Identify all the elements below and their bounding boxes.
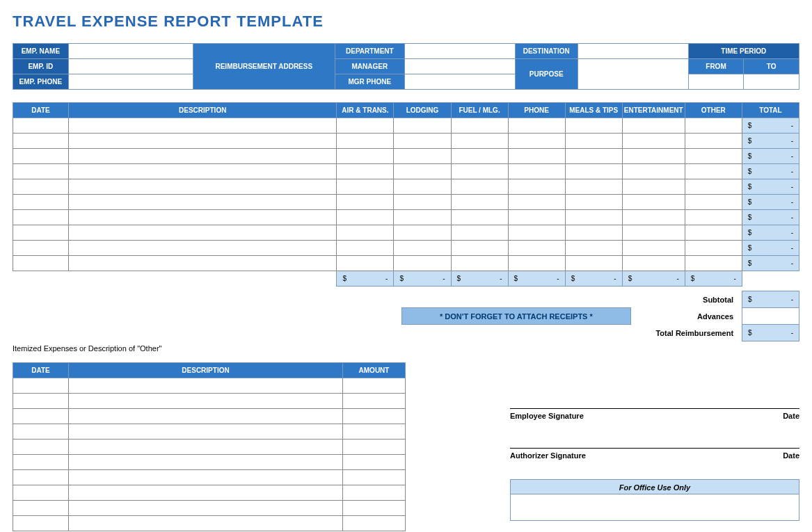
expense-cell[interactable] xyxy=(451,225,508,241)
expense-cell[interactable] xyxy=(622,149,685,164)
expense-cell[interactable] xyxy=(13,256,69,271)
expense-cell[interactable] xyxy=(451,134,508,149)
expense-cell[interactable] xyxy=(565,241,622,256)
expense-cell[interactable] xyxy=(685,149,742,164)
input-destination[interactable] xyxy=(578,44,688,59)
expense-cell[interactable] xyxy=(69,149,337,164)
expense-cell[interactable] xyxy=(337,195,394,210)
expense-cell[interactable] xyxy=(337,225,394,241)
itemized-cell[interactable] xyxy=(343,440,406,455)
expense-cell[interactable] xyxy=(69,179,337,195)
expense-cell[interactable] xyxy=(69,134,337,149)
expense-cell[interactable] xyxy=(394,179,451,195)
input-emp-phone[interactable] xyxy=(68,74,193,90)
itemized-cell[interactable] xyxy=(343,455,406,470)
expense-cell[interactable] xyxy=(69,164,337,179)
itemized-cell[interactable] xyxy=(13,501,69,516)
expense-cell[interactable] xyxy=(685,225,742,241)
expense-cell[interactable] xyxy=(451,210,508,225)
expense-cell[interactable] xyxy=(622,164,685,179)
itemized-cell[interactable] xyxy=(343,378,406,394)
expense-cell[interactable] xyxy=(13,179,69,195)
expense-cell[interactable] xyxy=(451,149,508,164)
itemized-cell[interactable] xyxy=(13,485,69,501)
input-to[interactable] xyxy=(744,74,799,90)
expense-cell[interactable] xyxy=(13,225,69,241)
itemized-cell[interactable] xyxy=(69,394,343,409)
itemized-cell[interactable] xyxy=(13,455,69,470)
itemized-cell[interactable] xyxy=(343,501,406,516)
input-emp-name[interactable] xyxy=(68,44,193,59)
expense-cell[interactable] xyxy=(508,118,565,134)
expense-cell[interactable] xyxy=(337,241,394,256)
expense-cell[interactable] xyxy=(13,241,69,256)
expense-cell[interactable] xyxy=(508,149,565,164)
expense-cell[interactable] xyxy=(69,225,337,241)
expense-cell[interactable] xyxy=(508,179,565,195)
expense-cell[interactable] xyxy=(508,256,565,271)
input-department[interactable] xyxy=(404,44,515,59)
expense-cell[interactable] xyxy=(394,195,451,210)
itemized-cell[interactable] xyxy=(343,485,406,501)
expense-cell[interactable] xyxy=(451,118,508,134)
expense-cell[interactable] xyxy=(394,134,451,149)
expense-cell[interactable] xyxy=(622,225,685,241)
expense-cell[interactable] xyxy=(69,195,337,210)
value-advances[interactable] xyxy=(742,308,799,325)
input-manager[interactable] xyxy=(404,59,515,74)
expense-cell[interactable] xyxy=(685,164,742,179)
expense-cell[interactable] xyxy=(508,164,565,179)
expense-cell[interactable] xyxy=(565,118,622,134)
expense-cell[interactable] xyxy=(337,179,394,195)
itemized-cell[interactable] xyxy=(13,409,69,424)
expense-cell[interactable] xyxy=(508,134,565,149)
input-from[interactable] xyxy=(688,74,744,90)
expense-cell[interactable] xyxy=(685,179,742,195)
expense-cell[interactable] xyxy=(394,241,451,256)
expense-cell[interactable] xyxy=(622,195,685,210)
expense-cell[interactable] xyxy=(337,164,394,179)
expense-cell[interactable] xyxy=(622,118,685,134)
expense-cell[interactable] xyxy=(337,210,394,225)
expense-cell[interactable] xyxy=(508,225,565,241)
expense-cell[interactable] xyxy=(337,134,394,149)
itemized-cell[interactable] xyxy=(343,424,406,440)
expense-cell[interactable] xyxy=(685,134,742,149)
expense-cell[interactable] xyxy=(565,149,622,164)
expense-cell[interactable] xyxy=(685,118,742,134)
expense-cell[interactable] xyxy=(337,149,394,164)
expense-cell[interactable] xyxy=(69,256,337,271)
itemized-cell[interactable] xyxy=(69,455,343,470)
expense-cell[interactable] xyxy=(565,225,622,241)
itemized-cell[interactable] xyxy=(343,409,406,424)
itemized-cell[interactable] xyxy=(69,409,343,424)
itemized-cell[interactable] xyxy=(69,470,343,485)
itemized-cell[interactable] xyxy=(69,440,343,455)
expense-cell[interactable] xyxy=(394,118,451,134)
expense-cell[interactable] xyxy=(451,164,508,179)
itemized-cell[interactable] xyxy=(343,516,406,531)
expense-cell[interactable] xyxy=(451,179,508,195)
expense-cell[interactable] xyxy=(508,210,565,225)
expense-cell[interactable] xyxy=(394,164,451,179)
itemized-cell[interactable] xyxy=(69,424,343,440)
expense-cell[interactable] xyxy=(451,241,508,256)
expense-cell[interactable] xyxy=(622,241,685,256)
itemized-cell[interactable] xyxy=(69,378,343,394)
itemized-cell[interactable] xyxy=(69,501,343,516)
expense-cell[interactable] xyxy=(622,179,685,195)
expense-cell[interactable] xyxy=(69,241,337,256)
expense-cell[interactable] xyxy=(685,241,742,256)
expense-cell[interactable] xyxy=(685,210,742,225)
expense-cell[interactable] xyxy=(622,134,685,149)
expense-cell[interactable] xyxy=(565,210,622,225)
expense-cell[interactable] xyxy=(565,256,622,271)
expense-cell[interactable] xyxy=(394,149,451,164)
expense-cell[interactable] xyxy=(685,195,742,210)
itemized-cell[interactable] xyxy=(13,424,69,440)
itemized-cell[interactable] xyxy=(13,440,69,455)
input-mgr-phone[interactable] xyxy=(404,74,515,90)
expense-cell[interactable] xyxy=(69,118,337,134)
expense-cell[interactable] xyxy=(565,134,622,149)
expense-cell[interactable] xyxy=(13,118,69,134)
